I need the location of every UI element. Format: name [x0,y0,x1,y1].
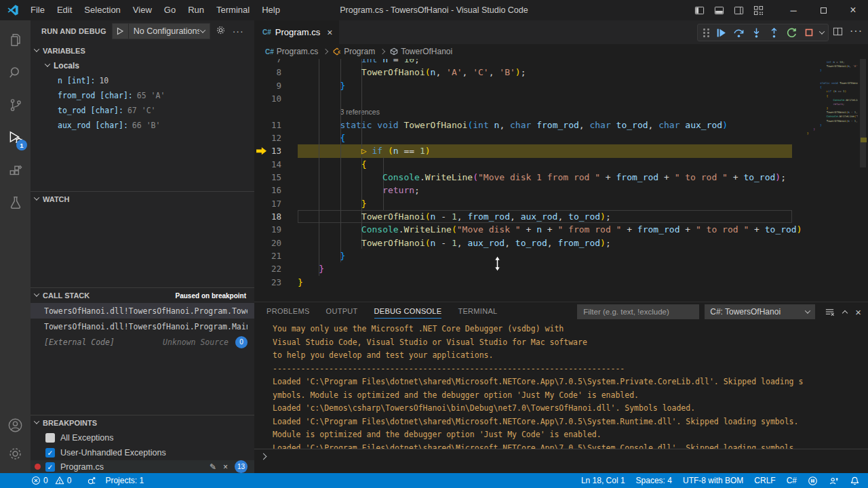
close-button[interactable]: × [838,0,868,20]
menu-help[interactable]: Help [256,0,286,20]
menu-terminal[interactable]: Terminal [210,0,256,20]
drag-grip-icon[interactable] [703,28,709,37]
toggle-panel-icon[interactable] [714,5,724,16]
code-line-16[interactable]: 16return; [254,184,868,197]
code-line-13[interactable]: 13▷ if (n == 1) [254,144,868,157]
menu-run[interactable]: Run [182,0,210,20]
problems-status[interactable]: 0 0 [31,476,71,485]
menu-view[interactable]: View [127,0,158,20]
code-editor[interactable]: 7int n = 10;8TowerOfHanoi(n, 'A', 'C', '… [254,59,868,302]
toggle-secondary-sidebar-icon[interactable] [734,5,744,16]
start-debug-icon[interactable] [113,24,129,39]
breadcrumb-file[interactable]: C# Program.cs [265,47,318,56]
debug-console-output[interactable]: You may only use the Microsoft .NET Core… [273,323,854,449]
account-icon[interactable] [0,411,31,439]
projects-status[interactable]: Projects: 1 [87,476,144,486]
call-stack-frame[interactable]: TowersOfHanoi.dll!TowersOfHanoi.Program.… [31,303,254,319]
tab-program-cs[interactable]: C# Program.cs × [254,20,339,44]
code-line-21[interactable]: 21} [254,249,868,262]
codelens-references[interactable]: 3 references [254,105,868,118]
breakpoints-header[interactable]: BREAKPOINTS [31,415,254,430]
variable-row[interactable]: aux_rod [char]:66 'B' [31,118,254,133]
menu-selection[interactable]: Selection [78,0,126,20]
code-line-14[interactable]: 14{ [254,158,868,171]
explorer-icon[interactable] [0,26,31,54]
restart-button[interactable] [783,24,800,41]
eol-status[interactable]: CRLF [754,476,775,485]
clear-console-icon[interactable] [825,307,835,317]
continue-button[interactable] [713,24,729,41]
remove-breakpoint-icon[interactable]: × [223,462,228,472]
menu-file[interactable]: File [24,0,51,20]
code-line-11[interactable]: 11static void TowerOfHanoi(int n, char f… [254,119,868,131]
code-line-12[interactable]: 12{ [254,131,868,144]
code-line-18[interactable]: 18TowerOfHanoi(n - 1, from_rod, aux_rod,… [254,210,868,223]
code-line-17[interactable]: 17} [254,197,868,210]
code-line-23[interactable]: 23} [254,276,868,289]
breakpoint-checkbox[interactable] [45,433,55,443]
code-line-15[interactable]: 15Console.WriteLine("Move disk 1 from ro… [254,171,868,184]
encoding-status[interactable]: UTF-8 with BOM [683,476,743,485]
split-editor-icon[interactable] [833,26,843,37]
editor-more-actions-icon[interactable]: ··· [850,25,863,37]
maximize-button[interactable] [808,0,838,20]
code-line-10[interactable]: 10 [254,92,868,105]
variable-row[interactable]: to_rod [char]:67 'C' [31,103,254,118]
code-line-8[interactable]: 8TowerOfHanoi(n, 'A', 'C', 'B'); [254,66,868,79]
edit-breakpoint-icon[interactable]: ✎ [210,462,216,472]
variable-row[interactable]: from_rod [char]:65 'A' [31,88,254,103]
variable-row[interactable]: n [int]:10 [31,73,254,88]
watch-header[interactable]: WATCH [31,192,254,207]
search-icon[interactable] [0,58,31,87]
breadcrumb-class[interactable]: Program [333,47,375,56]
notifications-bell-icon[interactable] [850,476,860,486]
cursor-position-status[interactable]: Ln 18, Col 1 [581,476,625,485]
customize-layout-icon[interactable] [753,5,764,16]
step-over-button[interactable] [730,24,747,41]
call-stack-frame[interactable]: [External Code]Unknown Source0 [31,334,254,350]
breadcrumb-method[interactable]: TowerOfHanoi [390,47,452,56]
debug-settings-gear-icon[interactable] [216,25,226,38]
breakpoint-checkbox[interactable]: ✓ [45,448,55,458]
run-and-debug-icon[interactable]: 1 [0,123,31,152]
indentation-status[interactable]: Spaces: 4 [636,476,672,485]
breakpoint-checkbox[interactable]: ✓ [45,462,55,472]
menu-edit[interactable]: Edit [51,0,78,20]
console-session-select[interactable]: C#: TowersOfHanoi [705,304,815,319]
call-stack-header[interactable]: CALL STACK Paused on breakpoint [31,288,254,303]
code-line-7[interactable]: 7int n = 10; [254,59,868,66]
extensions-icon[interactable] [0,157,31,186]
stop-dropdown-chevron-icon[interactable] [819,28,825,34]
debug-console-input[interactable] [254,449,868,464]
menu-go[interactable]: Go [158,0,182,20]
testing-icon[interactable] [0,188,31,217]
breakpoint-row[interactable]: ✓User-Unhandled Exceptions [31,445,254,460]
minimize-button[interactable]: ─ [778,0,808,20]
variables-header[interactable]: VARIABLES [31,43,254,58]
tab-close-icon[interactable]: × [327,27,332,38]
panel-tab-terminal[interactable]: TERMINAL [458,302,497,321]
locals-scope[interactable]: Locals [31,58,254,73]
step-out-button[interactable] [766,24,782,41]
views-more-actions-icon[interactable]: ··· [233,26,244,37]
panel-tab-problems[interactable]: PROBLEMS [267,302,310,321]
settings-gear-icon[interactable] [0,439,31,468]
debug-config-dropdown[interactable]: No Configurations [112,23,210,39]
code-line-22[interactable]: 22} [254,262,868,275]
source-control-icon[interactable] [0,91,31,119]
step-into-button[interactable] [748,24,764,41]
breakpoint-row[interactable]: All Exceptions [31,430,254,445]
console-filter-input[interactable] [577,304,699,319]
code-line-9[interactable]: 9} [254,79,868,92]
panel-tab-debug-console[interactable]: DEBUG CONSOLE [374,302,442,321]
maximize-panel-icon[interactable] [842,310,848,316]
csharp-project-status-icon[interactable] [808,476,818,486]
call-stack-frame[interactable]: TowersOfHanoi.dll!TowersOfHanoi.Program.… [31,319,254,334]
feedback-icon[interactable] [829,476,839,486]
breakpoint-row[interactable]: ✓Program.cs✎×13 [31,460,254,473]
language-mode-status[interactable]: C# [787,476,797,485]
code-line-19[interactable]: 19Console.WriteLine("Move disk " + n + "… [254,223,868,236]
code-line-20[interactable]: 20TowerOfHanoi(n - 1, aux_rod, to_rod, f… [254,237,868,249]
close-panel-icon[interactable]: × [855,306,861,318]
panel-tab-output[interactable]: OUTPUT [326,302,358,321]
